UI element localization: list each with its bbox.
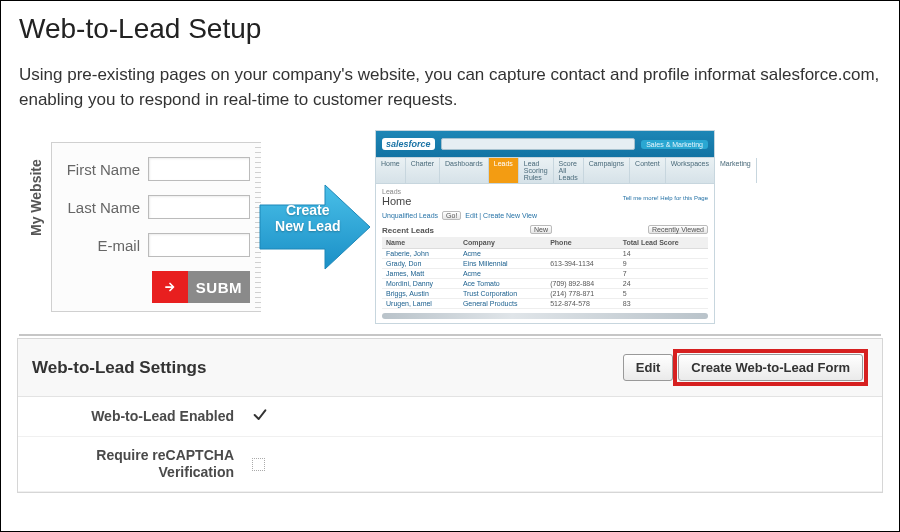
sf-tab: Content [630, 158, 666, 183]
sf-tab: Home [376, 158, 406, 183]
highlight-box: Create Web-to-Lead Form [673, 349, 868, 386]
recaptcha-label: Require reCAPTCHA Verification [32, 447, 252, 481]
intro-text: Using pre-existing pages on your company… [19, 63, 881, 112]
first-name-input [148, 157, 250, 181]
sf-tab: Marketing [715, 158, 757, 183]
setting-row-enabled: Web-to-Lead Enabled [18, 397, 882, 437]
salesforce-logo: salesforce [382, 138, 435, 150]
arrow-right-icon [152, 271, 188, 303]
table-row: Faberie, JohnAcme14 [382, 249, 708, 259]
table-row: Grady, DonEins Millennial613-394-11349 [382, 259, 708, 269]
web-to-lead-settings-panel: Web-to-Lead Settings Edit Create Web-to-… [17, 338, 883, 493]
my-website-label: My Website [28, 218, 44, 236]
sf-app-chip: Sales & Marketing [641, 140, 708, 149]
sample-form: First Name Last Name E-mail SUBM [51, 142, 261, 312]
email-input [148, 233, 250, 257]
sf-tab: Dashboards [440, 158, 489, 183]
edit-button[interactable]: Edit [623, 354, 674, 381]
sf-bottom-sep [382, 313, 708, 319]
sf-tab: Score All Leads [554, 158, 584, 183]
sf-tab: Workspaces [666, 158, 715, 183]
first-name-label: First Name [62, 161, 148, 178]
table-row: Urugen, LamelGeneral Products512-874-578… [382, 299, 708, 309]
last-name-input [148, 195, 250, 219]
illustration: My Website First Name Last Name E-mail S [27, 130, 881, 324]
check-icon [252, 410, 268, 426]
settings-heading: Web-to-Lead Settings [32, 358, 206, 378]
sample-submit-button: SUBM [152, 271, 250, 303]
table-row: Briggs, AustinTrust Corporation(214) 778… [382, 289, 708, 299]
sf-tab: Lead Scoring Rules [519, 158, 554, 183]
sf-search-input [441, 138, 636, 150]
sf-leads-table: NameCompanyPhoneTotal Lead ScoreFaberie,… [382, 237, 708, 309]
sf-tab: Campaigns [584, 158, 630, 183]
sf-tab: Charter [406, 158, 440, 183]
sf-tab: Leads [489, 158, 519, 183]
salesforce-preview: salesforce Sales & Marketing HomeCharter… [375, 130, 715, 324]
create-web-to-lead-form-button[interactable]: Create Web-to-Lead Form [678, 354, 863, 381]
section-divider [19, 334, 881, 336]
setting-row-recaptcha: Require reCAPTCHA Verification [18, 437, 882, 492]
table-row: Mordini, DannyAce Tomato(709) 892-88424 [382, 279, 708, 289]
create-new-lead-arrow: Create New Lead [255, 167, 375, 287]
table-row: James, MattAcme7 [382, 269, 708, 279]
email-label: E-mail [62, 237, 148, 254]
checkbox-empty-icon [252, 458, 265, 471]
page-title: Web-to-Lead Setup [19, 13, 881, 45]
last-name-label: Last Name [62, 199, 148, 216]
enabled-label: Web-to-Lead Enabled [32, 408, 252, 425]
